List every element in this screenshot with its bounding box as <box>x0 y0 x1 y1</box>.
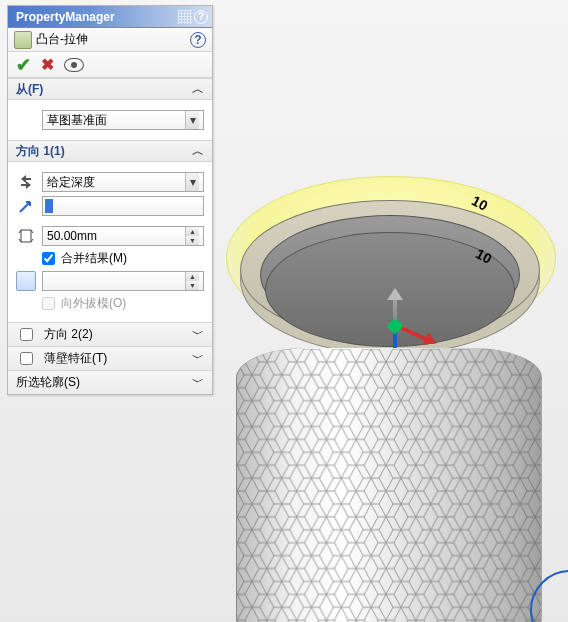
hex-pattern-icon <box>237 348 541 622</box>
section-thin-label: 薄壁特征(T) <box>44 350 107 367</box>
draft-outward-checkbox: 向外拔模(O) <box>42 295 126 312</box>
section-from-header[interactable]: 从(F) ︿ <box>8 78 212 100</box>
end-condition-combo[interactable]: 给定深度 ▾ <box>42 172 204 192</box>
section-dir1-label: 方向 1(1) <box>16 143 65 160</box>
depth-input[interactable]: 50.00mm ▲▼ <box>42 226 204 246</box>
extrude-icon <box>14 31 32 49</box>
from-condition-value: 草图基准面 <box>47 112 107 129</box>
panel-title: PropertyManager <box>16 10 115 24</box>
section-from-label: 从(F) <box>16 81 43 98</box>
section-contours-header[interactable]: 所选轮廓(S) ﹀ <box>8 370 212 394</box>
draft-outward-label: 向外拔模(O) <box>61 295 126 312</box>
ok-button[interactable]: ✔ <box>16 54 31 76</box>
chevron-down-icon: ﹀ <box>192 326 204 343</box>
confirm-bar: ✔ ✖ <box>8 52 212 78</box>
section-dir1-body: 给定深度 ▾ <box>8 162 212 322</box>
merge-result-checkbox[interactable]: 合并结果(M) <box>42 250 127 267</box>
merge-result-input[interactable] <box>42 252 55 265</box>
dir2-enable-checkbox[interactable] <box>20 328 33 341</box>
spin-buttons[interactable]: ▲▼ <box>185 272 199 290</box>
pushpin-icon[interactable] <box>178 10 192 24</box>
draft-outward-input <box>42 297 55 310</box>
property-manager-panel: PropertyManager ? 凸台-拉伸 ? ✔ ✖ 从(F) ︿ 草图基… <box>7 5 213 395</box>
depth-icon <box>17 227 35 245</box>
cancel-button[interactable]: ✖ <box>41 55 54 74</box>
chevron-down-icon: ▾ <box>185 173 199 191</box>
panel-help-icon[interactable]: ? <box>194 10 208 24</box>
draft-icon[interactable] <box>16 271 36 291</box>
triad-z-arrowhead <box>387 288 403 300</box>
chevron-down-icon: ▾ <box>185 111 199 129</box>
chevron-down-icon: ﹀ <box>192 374 204 391</box>
from-condition-combo[interactable]: 草图基准面 ▾ <box>42 110 204 130</box>
section-dir2-header[interactable]: 方向 2(2) ﹀ <box>8 322 212 346</box>
feature-header: 凸台-拉伸 ? <box>8 28 212 52</box>
spin-buttons[interactable]: ▲▼ <box>185 227 199 245</box>
svg-rect-3 <box>237 349 541 622</box>
direction-reference-input[interactable] <box>42 196 204 216</box>
chevron-up-icon: ︿ <box>192 81 204 98</box>
chevron-up-icon: ︿ <box>192 143 204 160</box>
section-dir2-label: 方向 2(2) <box>44 326 93 343</box>
direction-vector-icon[interactable] <box>17 197 35 215</box>
preview-toggle-icon[interactable] <box>64 58 84 72</box>
model-mesh-body <box>236 348 542 622</box>
end-condition-value: 给定深度 <box>47 174 95 191</box>
section-from-body: 草图基准面 ▾ <box>8 100 212 140</box>
feature-name: 凸台-拉伸 <box>36 31 190 48</box>
panel-titlebar[interactable]: PropertyManager ? <box>8 6 212 28</box>
section-dir1-header[interactable]: 方向 1(1) ︿ <box>8 140 212 162</box>
depth-value: 50.00mm <box>47 229 97 243</box>
reverse-direction-icon[interactable] <box>17 173 35 191</box>
selection-highlight <box>45 199 53 213</box>
thin-enable-checkbox[interactable] <box>20 352 33 365</box>
feature-help-icon[interactable]: ? <box>190 32 206 48</box>
draft-angle-input[interactable]: ▲▼ <box>42 271 204 291</box>
chevron-down-icon: ﹀ <box>192 350 204 367</box>
section-contours-label: 所选轮廓(S) <box>16 374 80 391</box>
triad-origin[interactable] <box>387 318 404 335</box>
section-thin-header[interactable]: 薄壁特征(T) ﹀ <box>8 346 212 370</box>
merge-result-label: 合并结果(M) <box>61 250 127 267</box>
